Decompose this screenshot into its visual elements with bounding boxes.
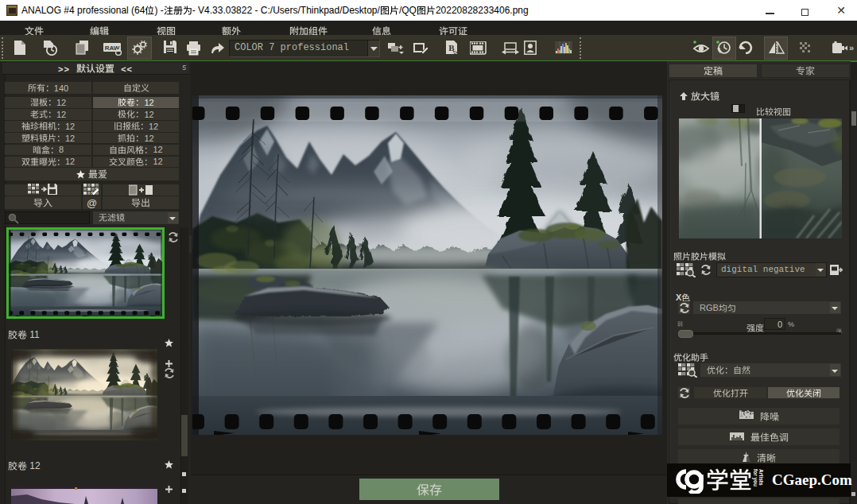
- svg-text:RAW: RAW: [105, 45, 120, 52]
